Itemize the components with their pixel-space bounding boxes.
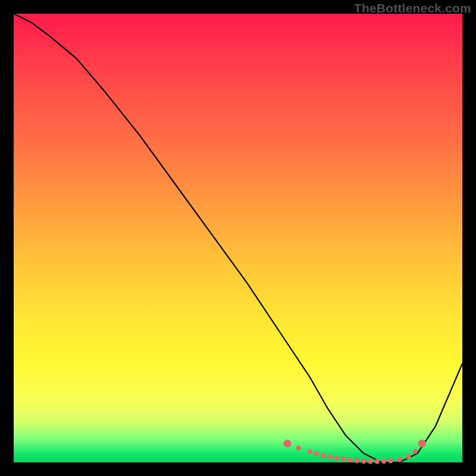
chart-frame: TheBottleneck.com [0,0,476,476]
optimal-marker-dot [388,458,393,463]
optimal-marker-dot [361,459,366,464]
optimal-marker-dot [307,449,312,454]
optimal-marker-dot [296,446,301,450]
optimal-marker-dot [314,451,319,456]
optimal-marker-dot [334,456,339,461]
optimal-marker-dot [381,459,386,464]
optimal-marker-dot [406,454,411,459]
optimal-marker-dot [347,458,352,462]
optimal-marker-dot [321,453,325,458]
optimal-marker-dot [283,440,291,447]
optimal-marker-dot [413,449,418,454]
optimal-marker-dot [375,459,380,464]
optimal-marker-dot [327,455,332,459]
bottleneck-curve [14,14,462,462]
optimal-marker-dot [355,458,359,463]
optimal-marker-dot [418,440,426,447]
chart-svg [14,14,462,462]
watermark-text: TheBottleneck.com [354,1,471,15]
optimal-marker-dot [368,459,372,464]
optimal-marker-dot [341,457,346,462]
optimal-marker-dot [397,457,402,462]
